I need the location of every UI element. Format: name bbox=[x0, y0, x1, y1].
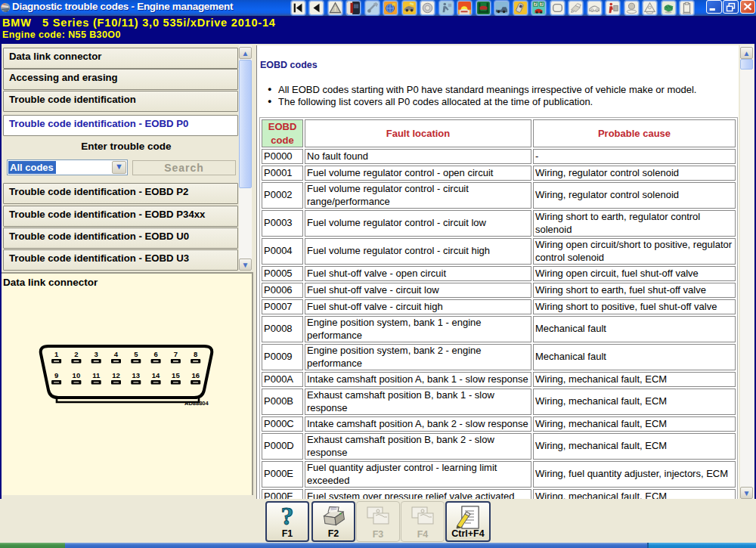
svg-text:10: 10 bbox=[73, 371, 81, 379]
svg-text:16: 16 bbox=[191, 371, 200, 379]
svg-text:?: ? bbox=[281, 503, 294, 529]
svg-text:3: 3 bbox=[94, 350, 98, 358]
svg-text:2: 2 bbox=[534, 2, 537, 6]
svg-text:9: 9 bbox=[54, 371, 58, 379]
svg-text:8: 8 bbox=[194, 350, 197, 358]
svg-text:1: 1 bbox=[54, 350, 59, 358]
svg-text:5: 5 bbox=[134, 350, 138, 358]
svg-text:4: 4 bbox=[114, 350, 119, 358]
svg-text:11: 11 bbox=[92, 371, 101, 379]
svg-text:3: 3 bbox=[541, 2, 543, 6]
svg-text:6: 6 bbox=[153, 350, 157, 358]
svg-text:AD88804: AD88804 bbox=[184, 400, 209, 407]
svg-text:12: 12 bbox=[112, 371, 120, 379]
svg-text:!: ! bbox=[334, 5, 336, 13]
svg-text:15: 15 bbox=[172, 371, 180, 379]
svg-text:2: 2 bbox=[74, 350, 78, 358]
svg-text:13: 13 bbox=[132, 371, 141, 379]
svg-text:14: 14 bbox=[152, 371, 160, 379]
svg-text:7: 7 bbox=[174, 350, 178, 358]
